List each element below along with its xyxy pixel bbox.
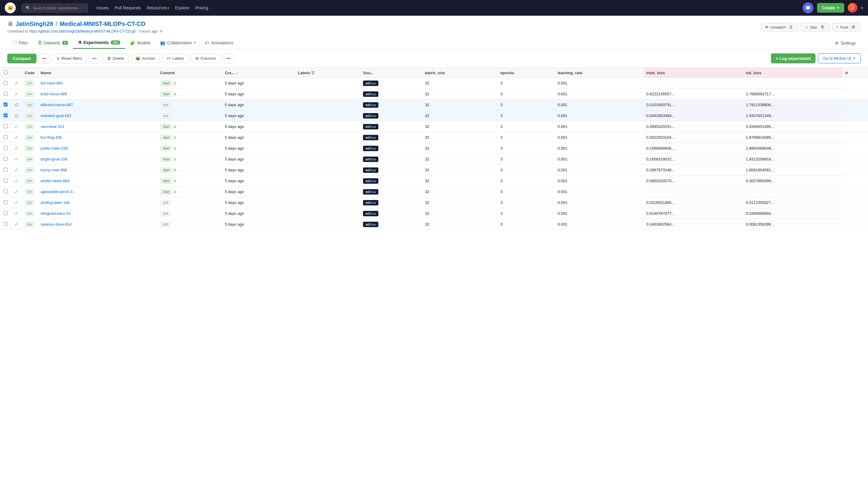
code-button[interactable]: </> bbox=[25, 124, 34, 129]
experiment-link[interactable]: fun-hare-891 bbox=[41, 81, 63, 85]
row-checkbox[interactable] bbox=[4, 178, 7, 182]
repo-name[interactable]: Medical-MNIST-MLOPs-CT-CD bbox=[60, 21, 145, 27]
columns-more-button[interactable]: ••• bbox=[223, 54, 234, 63]
tab-annotations[interactable]: 🏷 Annotations bbox=[200, 38, 238, 49]
nav-explore[interactable]: Explore bbox=[175, 5, 189, 10]
row-checkbox[interactable] bbox=[4, 211, 7, 215]
row-checkbox[interactable] bbox=[4, 168, 7, 172]
experiment-link[interactable]: agreeable-perch-3... bbox=[41, 190, 76, 194]
tab-datasets[interactable]: 🗄 Datasets 0 bbox=[33, 38, 73, 49]
nav-pull-requests[interactable]: Pull Requests bbox=[114, 5, 141, 10]
nav-resources[interactable]: Resources ▾ bbox=[147, 5, 169, 10]
row-checkbox[interactable] bbox=[4, 81, 7, 85]
code-button[interactable]: </> bbox=[25, 135, 34, 140]
search-bar[interactable]: 🔍 Search public repositories... bbox=[22, 4, 88, 13]
copy-icon[interactable]: ⧉ bbox=[174, 168, 176, 172]
select-all-header[interactable] bbox=[0, 68, 11, 78]
repo-owner[interactable]: JatinSingh28 bbox=[16, 21, 53, 27]
experiment-link[interactable]: efficient-horse-987 bbox=[41, 103, 73, 107]
row-checkbox[interactable] bbox=[4, 190, 7, 193]
created-header[interactable]: Cre... ↓ bbox=[222, 68, 295, 78]
discord-button[interactable]: 💬 bbox=[802, 2, 813, 13]
reset-filters-button[interactable]: ⧖ Reset filters bbox=[52, 54, 86, 63]
experiment-link[interactable]: fun-frog-436 bbox=[41, 135, 62, 140]
row-checkbox[interactable] bbox=[4, 103, 7, 106]
tab-files[interactable]: 📄 Files bbox=[7, 38, 33, 49]
labels-header[interactable]: Labels ▽ bbox=[295, 68, 360, 78]
tab-models[interactable]: 🧩 Models bbox=[125, 38, 155, 49]
copy-icon[interactable]: ⧉ bbox=[174, 125, 176, 129]
code-button[interactable]: </> bbox=[25, 200, 34, 205]
train-loss-header[interactable]: train_loss bbox=[643, 68, 743, 78]
code-button[interactable]: </> bbox=[25, 211, 34, 216]
commit-header[interactable]: Commit bbox=[157, 68, 222, 78]
settings-tab[interactable]: ⚙ Settings bbox=[830, 38, 861, 49]
code-button[interactable]: </> bbox=[25, 80, 34, 86]
mlflow-button[interactable]: Go to MLflow UI ↗ bbox=[818, 53, 861, 63]
code-button[interactable]: </> bbox=[25, 178, 34, 184]
row-checkbox[interactable] bbox=[4, 114, 7, 117]
log-experiment-button[interactable]: + Log experiment bbox=[771, 53, 816, 63]
copy-icon[interactable]: ⧉ bbox=[174, 81, 176, 85]
val-loss-header[interactable]: val_loss bbox=[743, 68, 842, 78]
row-checkbox[interactable] bbox=[4, 135, 7, 139]
copy-icon[interactable]: ⧉ bbox=[174, 92, 176, 96]
experiment-link[interactable]: polite-robin-239 bbox=[41, 146, 68, 150]
epochs-header[interactable]: epochs bbox=[497, 68, 555, 78]
experiment-link[interactable]: zealous-dove-814 bbox=[41, 222, 72, 226]
filter-more-button[interactable]: ••• bbox=[89, 54, 100, 63]
code-button[interactable]: </> bbox=[25, 102, 34, 108]
copy-icon[interactable]: ⧉ bbox=[174, 157, 176, 162]
refresh-icon[interactable]: ↻ bbox=[160, 29, 163, 33]
experiment-link[interactable]: bold-horse-689 bbox=[41, 92, 67, 96]
row-checkbox[interactable] bbox=[4, 146, 7, 150]
code-button[interactable]: </> bbox=[25, 91, 34, 97]
copy-icon[interactable]: ⧉ bbox=[174, 179, 176, 183]
batch-size-header[interactable]: batch_size bbox=[422, 68, 497, 78]
code-button[interactable]: </> bbox=[25, 113, 34, 119]
experiment-link[interactable]: intrigued-bass-51 bbox=[41, 211, 71, 216]
source-header[interactable]: Sou... bbox=[360, 68, 422, 78]
experiment-link[interactable]: bright-grub-106 bbox=[41, 157, 68, 162]
columns-button[interactable]: ⊞ Columns bbox=[191, 54, 221, 63]
star-button[interactable]: ☆ Star 0 bbox=[801, 23, 830, 31]
experiment-link[interactable]: rare-bear-201 bbox=[41, 124, 65, 129]
tab-collaboration[interactable]: 👥 Collaboration ▾ bbox=[155, 38, 200, 49]
user-avatar[interactable]: J bbox=[848, 3, 858, 13]
code-button[interactable]: </> bbox=[25, 222, 34, 227]
row-checkbox[interactable] bbox=[4, 222, 7, 226]
compare-more-button[interactable]: ••• bbox=[39, 54, 50, 63]
fork-button[interactable]: ⑂ Fork 0 bbox=[832, 23, 861, 31]
copy-icon[interactable]: ⧉ bbox=[174, 146, 176, 150]
logo[interactable]: 🐱 bbox=[5, 2, 16, 13]
code-button[interactable]: </> bbox=[25, 189, 34, 195]
row-checkbox[interactable] bbox=[4, 157, 7, 161]
user-menu-chevron[interactable]: ▾ bbox=[861, 6, 863, 10]
nav-pricing[interactable]: Pricing bbox=[195, 5, 208, 10]
copy-icon[interactable]: ⧉ bbox=[174, 190, 176, 194]
compare-button[interactable]: Compare bbox=[7, 54, 36, 63]
row-checkbox[interactable] bbox=[4, 200, 7, 204]
name-header[interactable]: Name bbox=[38, 68, 157, 78]
row-checkbox[interactable] bbox=[4, 92, 7, 96]
copy-icon[interactable]: ⧉ bbox=[174, 136, 176, 140]
code-button[interactable]: </> bbox=[25, 146, 34, 151]
tab-experiments[interactable]: ⚗ Experiments 101 bbox=[73, 37, 125, 49]
experiment-link[interactable]: funny-rook-998 bbox=[41, 168, 67, 172]
code-button[interactable]: </> bbox=[25, 156, 34, 162]
experiment-link[interactable]: smiling-deer-146 bbox=[41, 200, 70, 205]
delete-button[interactable]: 🗑 Delete bbox=[103, 54, 129, 63]
learning-rate-header[interactable]: learning_rate bbox=[555, 68, 643, 78]
github-link[interactable]: https://github.com/JatinSingh28/Medical-… bbox=[29, 29, 135, 33]
experiment-link[interactable]: wistful-skink-664 bbox=[41, 178, 70, 183]
code-button[interactable]: </> bbox=[25, 167, 34, 173]
archive-button[interactable]: 📦 Archive bbox=[131, 54, 159, 63]
row-checkbox[interactable] bbox=[4, 124, 7, 128]
labels-button[interactable]: 🏷 Labels bbox=[162, 54, 188, 63]
unwatch-button[interactable]: 👁 Unwatch 1 bbox=[761, 23, 798, 31]
select-all-checkbox[interactable] bbox=[4, 70, 7, 74]
experiment-link[interactable]: redolent-goat-681 bbox=[41, 114, 72, 118]
nav-issues[interactable]: Issues bbox=[97, 5, 108, 10]
create-button[interactable]: Create + bbox=[817, 3, 844, 13]
tr-header[interactable]: tr bbox=[842, 68, 868, 78]
